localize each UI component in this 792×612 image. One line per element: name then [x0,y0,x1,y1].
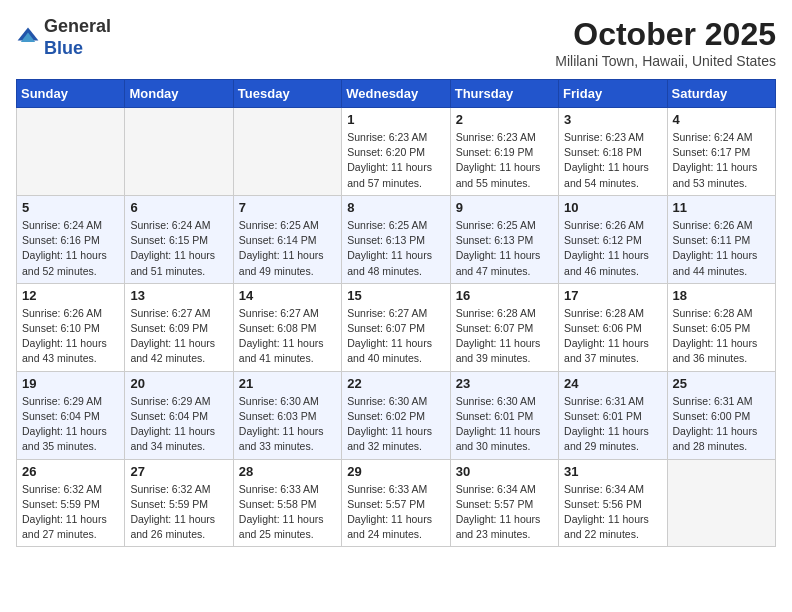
logo-icon [16,26,40,50]
location-title: Mililani Town, Hawaii, United States [555,53,776,69]
calendar-day-cell: 6Sunrise: 6:24 AM Sunset: 6:15 PM Daylig… [125,195,233,283]
day-info: Sunrise: 6:23 AM Sunset: 6:18 PM Dayligh… [564,130,661,191]
day-info: Sunrise: 6:30 AM Sunset: 6:01 PM Dayligh… [456,394,553,455]
calendar-day-cell: 1Sunrise: 6:23 AM Sunset: 6:20 PM Daylig… [342,108,450,196]
logo-blue: Blue [44,38,83,58]
month-title: October 2025 [555,16,776,53]
day-info: Sunrise: 6:30 AM Sunset: 6:02 PM Dayligh… [347,394,444,455]
day-number: 30 [456,464,553,479]
calendar-day-cell: 25Sunrise: 6:31 AM Sunset: 6:00 PM Dayli… [667,371,775,459]
day-number: 23 [456,376,553,391]
day-number: 21 [239,376,336,391]
day-info: Sunrise: 6:24 AM Sunset: 6:16 PM Dayligh… [22,218,119,279]
calendar-day-cell: 28Sunrise: 6:33 AM Sunset: 5:58 PM Dayli… [233,459,341,547]
day-number: 20 [130,376,227,391]
calendar-day-cell: 14Sunrise: 6:27 AM Sunset: 6:08 PM Dayli… [233,283,341,371]
calendar-day-cell: 15Sunrise: 6:27 AM Sunset: 6:07 PM Dayli… [342,283,450,371]
logo: General Blue [16,16,111,59]
day-info: Sunrise: 6:33 AM Sunset: 5:57 PM Dayligh… [347,482,444,543]
weekday-header-row: SundayMondayTuesdayWednesdayThursdayFrid… [17,80,776,108]
day-number: 6 [130,200,227,215]
day-number: 22 [347,376,444,391]
day-number: 31 [564,464,661,479]
day-info: Sunrise: 6:27 AM Sunset: 6:09 PM Dayligh… [130,306,227,367]
calendar-day-cell [17,108,125,196]
day-number: 2 [456,112,553,127]
calendar-week-row: 12Sunrise: 6:26 AM Sunset: 6:10 PM Dayli… [17,283,776,371]
day-number: 26 [22,464,119,479]
calendar-day-cell: 3Sunrise: 6:23 AM Sunset: 6:18 PM Daylig… [559,108,667,196]
day-number: 29 [347,464,444,479]
calendar-day-cell [125,108,233,196]
calendar-day-cell: 12Sunrise: 6:26 AM Sunset: 6:10 PM Dayli… [17,283,125,371]
calendar-day-cell: 30Sunrise: 6:34 AM Sunset: 5:57 PM Dayli… [450,459,558,547]
day-info: Sunrise: 6:26 AM Sunset: 6:11 PM Dayligh… [673,218,770,279]
day-number: 5 [22,200,119,215]
calendar-day-cell: 4Sunrise: 6:24 AM Sunset: 6:17 PM Daylig… [667,108,775,196]
day-number: 15 [347,288,444,303]
day-info: Sunrise: 6:32 AM Sunset: 5:59 PM Dayligh… [130,482,227,543]
day-info: Sunrise: 6:28 AM Sunset: 6:05 PM Dayligh… [673,306,770,367]
calendar-week-row: 5Sunrise: 6:24 AM Sunset: 6:16 PM Daylig… [17,195,776,283]
calendar-day-cell: 29Sunrise: 6:33 AM Sunset: 5:57 PM Dayli… [342,459,450,547]
weekday-header-monday: Monday [125,80,233,108]
day-info: Sunrise: 6:27 AM Sunset: 6:08 PM Dayligh… [239,306,336,367]
title-area: October 2025 Mililani Town, Hawaii, Unit… [555,16,776,69]
weekday-header-sunday: Sunday [17,80,125,108]
day-number: 12 [22,288,119,303]
calendar-day-cell: 13Sunrise: 6:27 AM Sunset: 6:09 PM Dayli… [125,283,233,371]
calendar-day-cell: 26Sunrise: 6:32 AM Sunset: 5:59 PM Dayli… [17,459,125,547]
day-info: Sunrise: 6:30 AM Sunset: 6:03 PM Dayligh… [239,394,336,455]
weekday-header-thursday: Thursday [450,80,558,108]
calendar-day-cell: 9Sunrise: 6:25 AM Sunset: 6:13 PM Daylig… [450,195,558,283]
day-info: Sunrise: 6:32 AM Sunset: 5:59 PM Dayligh… [22,482,119,543]
calendar-day-cell: 2Sunrise: 6:23 AM Sunset: 6:19 PM Daylig… [450,108,558,196]
day-number: 24 [564,376,661,391]
calendar-day-cell: 31Sunrise: 6:34 AM Sunset: 5:56 PM Dayli… [559,459,667,547]
day-number: 11 [673,200,770,215]
calendar-week-row: 26Sunrise: 6:32 AM Sunset: 5:59 PM Dayli… [17,459,776,547]
calendar-day-cell: 22Sunrise: 6:30 AM Sunset: 6:02 PM Dayli… [342,371,450,459]
logo-general: General [44,16,111,36]
day-info: Sunrise: 6:34 AM Sunset: 5:56 PM Dayligh… [564,482,661,543]
calendar-day-cell: 5Sunrise: 6:24 AM Sunset: 6:16 PM Daylig… [17,195,125,283]
day-info: Sunrise: 6:27 AM Sunset: 6:07 PM Dayligh… [347,306,444,367]
day-number: 28 [239,464,336,479]
day-number: 19 [22,376,119,391]
calendar-day-cell: 24Sunrise: 6:31 AM Sunset: 6:01 PM Dayli… [559,371,667,459]
calendar-day-cell: 27Sunrise: 6:32 AM Sunset: 5:59 PM Dayli… [125,459,233,547]
day-number: 27 [130,464,227,479]
calendar-day-cell: 19Sunrise: 6:29 AM Sunset: 6:04 PM Dayli… [17,371,125,459]
calendar-day-cell [667,459,775,547]
header: General Blue October 2025 Mililani Town,… [16,16,776,69]
day-info: Sunrise: 6:25 AM Sunset: 6:13 PM Dayligh… [456,218,553,279]
calendar-day-cell: 8Sunrise: 6:25 AM Sunset: 6:13 PM Daylig… [342,195,450,283]
calendar-day-cell: 21Sunrise: 6:30 AM Sunset: 6:03 PM Dayli… [233,371,341,459]
calendar-week-row: 1Sunrise: 6:23 AM Sunset: 6:20 PM Daylig… [17,108,776,196]
day-info: Sunrise: 6:25 AM Sunset: 6:13 PM Dayligh… [347,218,444,279]
calendar-day-cell: 11Sunrise: 6:26 AM Sunset: 6:11 PM Dayli… [667,195,775,283]
weekday-header-tuesday: Tuesday [233,80,341,108]
day-number: 4 [673,112,770,127]
day-number: 18 [673,288,770,303]
weekday-header-friday: Friday [559,80,667,108]
weekday-header-wednesday: Wednesday [342,80,450,108]
day-info: Sunrise: 6:23 AM Sunset: 6:20 PM Dayligh… [347,130,444,191]
day-number: 1 [347,112,444,127]
calendar-week-row: 19Sunrise: 6:29 AM Sunset: 6:04 PM Dayli… [17,371,776,459]
calendar-day-cell: 23Sunrise: 6:30 AM Sunset: 6:01 PM Dayli… [450,371,558,459]
day-info: Sunrise: 6:34 AM Sunset: 5:57 PM Dayligh… [456,482,553,543]
day-info: Sunrise: 6:31 AM Sunset: 6:00 PM Dayligh… [673,394,770,455]
day-number: 7 [239,200,336,215]
logo-text: General Blue [44,16,111,59]
day-info: Sunrise: 6:33 AM Sunset: 5:58 PM Dayligh… [239,482,336,543]
day-info: Sunrise: 6:29 AM Sunset: 6:04 PM Dayligh… [22,394,119,455]
calendar-day-cell: 17Sunrise: 6:28 AM Sunset: 6:06 PM Dayli… [559,283,667,371]
calendar-day-cell: 20Sunrise: 6:29 AM Sunset: 6:04 PM Dayli… [125,371,233,459]
day-info: Sunrise: 6:28 AM Sunset: 6:07 PM Dayligh… [456,306,553,367]
day-number: 8 [347,200,444,215]
day-info: Sunrise: 6:29 AM Sunset: 6:04 PM Dayligh… [130,394,227,455]
day-number: 14 [239,288,336,303]
day-info: Sunrise: 6:28 AM Sunset: 6:06 PM Dayligh… [564,306,661,367]
day-number: 3 [564,112,661,127]
